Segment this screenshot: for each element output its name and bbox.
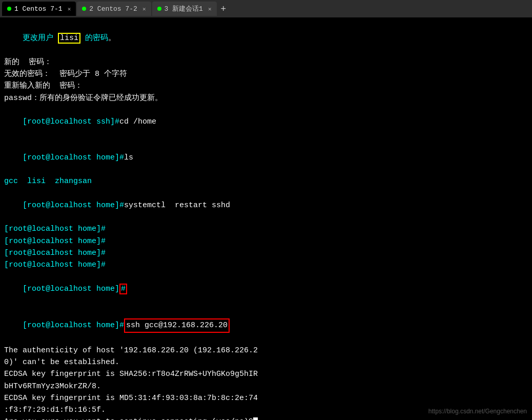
line-prompt-4: [root@localhost home]# <box>4 259 528 271</box>
line-change-user: 更改用户 lisi 的密码。 <box>4 21 528 56</box>
line-prompt-1: [root@localhost home]# <box>4 223 528 235</box>
tab-3[interactable]: 3 新建会话1 ✕ <box>152 2 217 16</box>
tab-bar: 1 Centos 7-1 ✕ 2 Centos 7-2 ✕ 3 新建会话1 ✕ … <box>0 0 532 17</box>
line-restart-sshd: [root@localhost home]#systemctl restart … <box>4 188 528 224</box>
tab-1-label: 1 Centos 7-1 <box>14 5 63 13</box>
line-prompt-box: [root@localhost home]# <box>4 271 528 307</box>
line-ecdsa-sha: ECDSA key fingerprint is SHA256:rT8o4ZrR… <box>4 368 528 380</box>
tab-3-dot <box>157 7 161 11</box>
change-user-suffix: 的密码 <box>80 34 108 43</box>
new-tab-button[interactable]: + <box>218 4 230 14</box>
tab-3-close[interactable]: ✕ <box>208 6 212 12</box>
line-prompt-3: [root@localhost home]# <box>4 247 528 259</box>
highlight-lisi: lisi <box>58 33 80 44</box>
prompt-hash-box: # <box>119 284 127 294</box>
change-user-text: 更改用户 <box>23 34 58 43</box>
line-invalid-password: 无效的密码： 密码少于 8 个字符 <box>4 68 528 80</box>
tab-2[interactable]: 2 Centos 7-2 ✕ <box>77 2 151 16</box>
tab-2-label: 2 Centos 7-2 <box>89 5 137 13</box>
line-ssh-cmd: [root@localhost home]#ssh gcc@192.168.22… <box>4 307 528 345</box>
line-reenter-password: 重新输入新的 密码： <box>4 80 528 92</box>
line-ls-output: gcc lisi zhangsan <box>4 175 528 187</box>
line-ecdsa-sha2: bHTv6RTmYyz3MokrZR/8. <box>4 381 528 392</box>
line-ecdsa-md5: ECDSA key fingerprint is MD5:31:4f:93:03… <box>4 392 528 404</box>
cursor <box>253 417 258 420</box>
line-new-password: 新的 密码： <box>4 56 528 68</box>
line-question: Are you sure you want to continue connec… <box>4 416 528 420</box>
line-prompt-2: [root@localhost home]# <box>4 235 528 247</box>
line-authenticity-1: The authenticity of host '192.168.226.20… <box>4 345 528 356</box>
line-passwd-success: passwd：所有的身份验证令牌已经成功更新。 <box>4 92 528 104</box>
tab-2-dot <box>82 7 86 11</box>
tab-1[interactable]: 1 Centos 7-1 ✕ <box>2 2 76 16</box>
tab-1-close[interactable]: ✕ <box>68 6 71 12</box>
tab-3-label: 3 新建会话1 <box>165 4 203 13</box>
line-cd-home: [root@localhost ssh]#cd /home <box>4 104 528 140</box>
terminal[interactable]: 更改用户 lisi 的密码。 新的 密码： 无效的密码： 密码少于 8 个字符 … <box>0 17 532 420</box>
tab-1-dot <box>7 7 11 11</box>
ssh-cmd-box: ssh gcc@192.168.226.20 <box>124 318 230 332</box>
watermark: https://blog.csdn.net/Gengchenchen <box>428 408 527 415</box>
line-ls: [root@localhost home]#ls <box>4 140 528 176</box>
line-authenticity-2: 0)' can't be established. <box>4 356 528 368</box>
tab-2-close[interactable]: ✕ <box>142 6 146 12</box>
